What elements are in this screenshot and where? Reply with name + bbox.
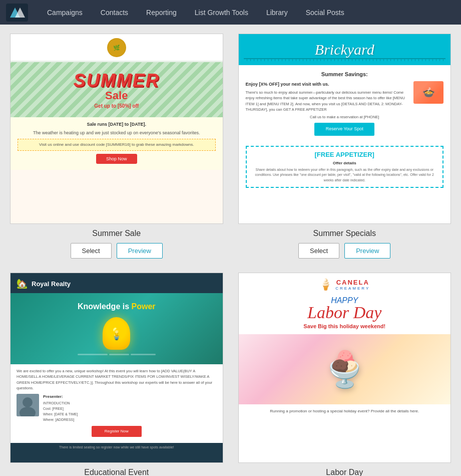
- template-name-educational-event: Educational Event: [84, 468, 149, 476]
- ss-dates: Sale runs [DATE] to [DATE].: [18, 121, 216, 128]
- nav-list-growth-tools[interactable]: List Growth Tools: [186, 0, 257, 25]
- template-card-labor-day: 🍦 CANELA CREAMERY HAPPY Labor Day Save B…: [238, 273, 451, 476]
- ss-body-text1: The weather is heating up and we just st…: [18, 130, 216, 137]
- template-actions-summer-sale: Select Preview: [71, 243, 163, 259]
- template-card-summer-sale: 🌿 SUMMER Sale Get up to [50%] off Sale r…: [10, 34, 223, 261]
- ss-sale-subhead: Sale: [17, 89, 217, 102]
- by-title: Brickyard: [244, 41, 446, 58]
- ss-hero: SUMMER Sale Get up to [50%] off: [11, 62, 223, 117]
- by-coupon-body: Offer details Share details about how to…: [251, 160, 439, 183]
- ld-labor-day-title: Labor Day: [307, 304, 381, 321]
- template-name-summer-sale: Summer Sale: [92, 229, 141, 238]
- rr-company-name: Royal Realty: [32, 280, 71, 288]
- rr-header: 🏡 Royal Realty: [11, 273, 223, 293]
- nav-reporting[interactable]: Reporting: [137, 0, 186, 25]
- template-actions-summer-specials: Select Preview: [298, 243, 390, 259]
- rr-footer: There is limited seating so register now…: [11, 443, 223, 451]
- nav-library[interactable]: Library: [257, 0, 297, 25]
- svg-point-4: [23, 397, 33, 407]
- ss-discount-box: Visit us online and use discount code [S…: [18, 139, 216, 151]
- ld-logo-text-group: CANELA CREAMERY: [335, 279, 370, 291]
- select-summer-specials-button[interactable]: Select: [298, 243, 339, 259]
- template-thumbnail-labor-day: 🍦 CANELA CREAMERY HAPPY Labor Day Save B…: [238, 273, 451, 463]
- ld-hero-image: 🍨: [239, 334, 451, 404]
- preview-summer-sale-button[interactable]: Preview: [117, 243, 163, 259]
- select-summer-sale-button[interactable]: Select: [71, 243, 112, 259]
- rr-presenter-info: Presenter: INTRODUCTION Cost: [FREE] Whe…: [43, 394, 78, 423]
- template-name-labor-day: Labor Day: [326, 468, 363, 476]
- preview-summer-specials-button[interactable]: Preview: [344, 243, 390, 259]
- ld-logo-sub: CREAMERY: [335, 286, 370, 291]
- rr-hero-title: Knowledge is Power: [17, 302, 217, 311]
- by-coupon: [FREE APPETIZER] Offer details Share det…: [246, 146, 444, 188]
- ss-summer-headline: SUMMER: [17, 70, 217, 91]
- ld-header: 🍦 CANELA CREAMERY HAPPY Labor Day Save B…: [239, 273, 451, 334]
- by-food-image: 🍲: [413, 81, 443, 104]
- template-card-summer-specials: Brickyard Summer Savings: 🍲 Enjoy [X% OF…: [238, 34, 451, 261]
- rr-decorative-lines: [17, 354, 217, 355]
- template-name-summer-specials: Summer Specials: [313, 229, 376, 238]
- ld-body: Running a promotion or hosting a special…: [239, 404, 451, 417]
- by-wavy-decoration: [244, 58, 446, 61]
- rr-body-text: We are excited to offer you a new, uniqu…: [17, 368, 217, 391]
- rr-body: We are excited to offer you a new, uniqu…: [11, 364, 223, 443]
- navigation: Campaigns Contacts Reporting List Growth…: [0, 0, 461, 25]
- nav-campaigns[interactable]: Campaigns: [38, 0, 92, 25]
- rr-register-button[interactable]: Register Now: [92, 426, 142, 437]
- template-thumbnail-summer-sale: 🌿 SUMMER Sale Get up to [50%] off Sale r…: [10, 34, 223, 224]
- by-cta-button[interactable]: Reserve Your Spot: [314, 123, 374, 136]
- ld-subtitle: Save Big this holiday weekend!: [303, 323, 385, 329]
- ss-body: Sale runs [DATE] to [DATE]. The weather …: [11, 117, 223, 170]
- ld-body-text: Running a promotion or hosting a special…: [245, 408, 445, 414]
- rr-logo-icon: 🏡: [17, 278, 28, 289]
- rr-hero: Knowledge is Power 💡: [11, 293, 223, 364]
- template-grid: 🌿 SUMMER Sale Get up to [50%] off Sale r…: [10, 34, 451, 476]
- by-coupon-title: [FREE APPETIZER]: [251, 151, 439, 158]
- by-promo-title: Summer Savings:: [246, 70, 444, 79]
- nav-social-posts[interactable]: Social Posts: [297, 0, 353, 25]
- template-thumbnail-educational-event: 🏡 Royal Realty Knowledge is Power 💡 We a…: [10, 273, 223, 463]
- template-card-educational-event: 🏡 Royal Realty Knowledge is Power 💡 We a…: [10, 273, 223, 476]
- rr-bulb-icon: 💡: [103, 317, 130, 350]
- ss-offer-text: Get up to [50%] off: [17, 103, 217, 109]
- by-phone: Call us to make a reservation at [PHONE]: [246, 114, 444, 120]
- nav-logo: [6, 4, 28, 22]
- nav-menu: Campaigns Contacts Reporting List Growth…: [38, 0, 353, 25]
- rr-presenter-section: Presenter: INTRODUCTION Cost: [FREE] Whe…: [17, 394, 217, 423]
- main-content: 🌿 SUMMER Sale Get up to [50%] off Sale r…: [0, 25, 461, 476]
- nav-contacts[interactable]: Contacts: [92, 0, 137, 25]
- rr-presenter-photo: [17, 394, 39, 416]
- ss-header: 🌿: [11, 34, 223, 62]
- ss-logo: 🌿: [107, 38, 126, 57]
- ld-ice-cream-image: 🍨: [323, 349, 366, 390]
- ld-logo-text: CANELA: [335, 279, 370, 286]
- by-header: Brickyard: [239, 34, 451, 65]
- ld-logo: 🍦 CANELA CREAMERY: [319, 278, 370, 291]
- ss-shop-button[interactable]: Shop Now: [96, 154, 137, 164]
- ld-logo-icon: 🍦: [319, 278, 332, 291]
- template-thumbnail-summer-specials: Brickyard Summer Savings: 🍲 Enjoy [X% OF…: [238, 34, 451, 224]
- by-promo: Summer Savings: 🍲 Enjoy [X% OFF] your ne…: [239, 65, 451, 142]
